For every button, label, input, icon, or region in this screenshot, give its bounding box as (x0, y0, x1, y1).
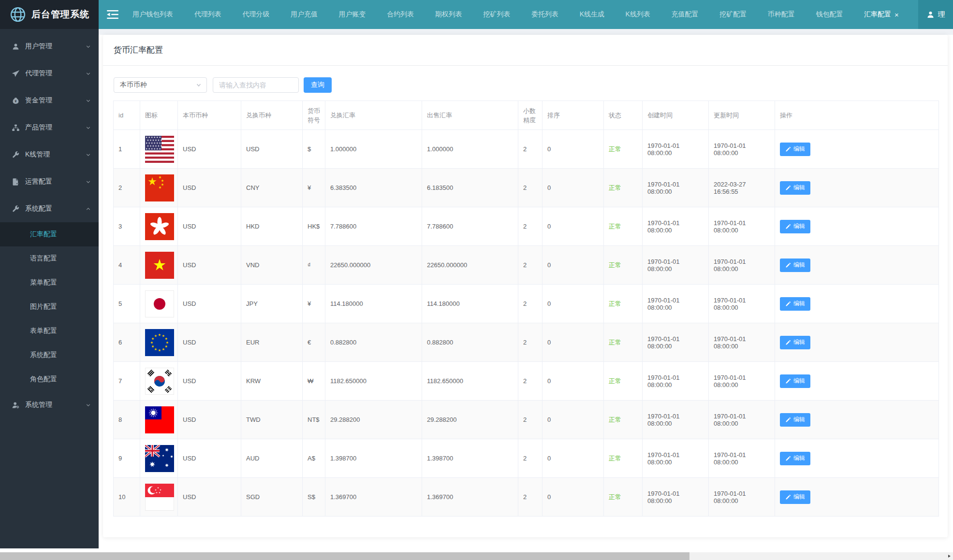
cell-base-currency: USD (178, 169, 241, 207)
chevron-up-icon (86, 206, 91, 212)
cell-sort: 0 (542, 130, 604, 169)
nav-tab-label: 挖矿配置 (719, 10, 747, 19)
cell-sort: 0 (542, 246, 604, 285)
cell-id: 2 (114, 169, 140, 207)
sidebar-subitem-role-config[interactable]: 角色配置 (0, 367, 99, 391)
base-currency-select[interactable]: 本币币种 (114, 77, 207, 93)
cell-sell-rate: 1.369700 (422, 478, 518, 517)
tab-close-icon[interactable]: × (894, 11, 899, 18)
sidebar-item-kline-management[interactable]: K线管理 (0, 141, 99, 168)
edit-button[interactable]: 编辑 (780, 258, 810, 272)
cell-sort: 0 (542, 285, 604, 323)
cell-created-time: 1970-01-01 08:00:00 (643, 285, 709, 323)
sidebar-item-agent-management[interactable]: 代理管理 (0, 60, 99, 87)
cell-quote-currency: KRW (241, 362, 303, 401)
nav-tab[interactable]: 挖矿配置 (719, 10, 747, 19)
nav-tab[interactable]: 期权列表 (435, 10, 462, 19)
scrollbar-right-arrow[interactable] (945, 552, 953, 560)
cell-base-currency: USD (178, 401, 241, 439)
nav-tab[interactable]: 合约列表 (387, 10, 414, 19)
edit-button[interactable]: 编辑 (780, 413, 810, 427)
nav-tab[interactable]: 用户账变 (339, 10, 366, 19)
cell-updated-time: 1970-01-01 08:00:00 (709, 207, 775, 246)
cell-created-time: 1970-01-01 08:00:00 (643, 207, 709, 246)
nav-tab[interactable]: 挖矿列表 (483, 10, 510, 19)
sidebar-subitem-exchange-rate-config[interactable]: 汇率配置 (0, 222, 99, 246)
sidebar-subitem-label: 汇率配置 (30, 230, 57, 239)
status-badge: 正常 (609, 339, 621, 346)
edit-button[interactable]: 编辑 (780, 297, 810, 311)
edit-button-label: 编辑 (793, 416, 805, 424)
cell-id: 9 (114, 439, 140, 478)
nav-tab[interactable]: 汇率配置× (864, 10, 899, 19)
sidebar-subitem-system-config-sub[interactable]: 系统配置 (0, 343, 99, 367)
cell-action: 编辑 (775, 246, 939, 285)
cell-base-currency: USD (178, 439, 241, 478)
sidebar-item-product-management[interactable]: 产品管理 (0, 114, 99, 141)
nav-tab[interactable]: K线生成 (580, 10, 604, 19)
cell-flag (140, 478, 178, 517)
cell-quote-currency: SGD (241, 478, 303, 517)
sidebar-item-operation-config[interactable]: 运营配置 (0, 168, 99, 195)
nav-tab[interactable]: 代理列表 (194, 10, 221, 19)
nav-tab[interactable]: K线列表 (626, 10, 650, 19)
nav-tab[interactable]: 委托列表 (531, 10, 558, 19)
cell-action: 编辑 (775, 401, 939, 439)
column-header: 本币币种 (178, 101, 241, 130)
collapse-sidebar-button[interactable] (99, 0, 127, 29)
sidebar-item-user-management[interactable]: 用户管理 (0, 33, 99, 60)
filter-row: 本币币种 查询 (103, 66, 948, 97)
sidebar-subitem-language-config[interactable]: 语言配置 (0, 246, 99, 271)
column-header: 创建时间 (643, 101, 709, 130)
nav-tab-label: 钱包配置 (816, 10, 843, 19)
cell-currency-symbol: ¥ (303, 169, 325, 207)
sidebar-item-label: 产品管理 (25, 123, 86, 132)
edit-button[interactable]: 编辑 (780, 143, 810, 156)
nav-tab[interactable]: 充值配置 (672, 10, 699, 19)
edit-button[interactable]: 编辑 (780, 181, 810, 195)
nav-tab[interactable]: 币种配置 (768, 10, 795, 19)
nav-tab-label: 充值配置 (672, 10, 699, 19)
chevron-down-icon (86, 125, 91, 130)
table-row: 2USDCNY¥6.3835006.18350020正常1970-01-01 0… (114, 169, 939, 207)
hk-flag-icon (145, 213, 174, 240)
cell-precision: 2 (518, 323, 542, 362)
scrollbar-thumb[interactable] (0, 552, 689, 560)
cell-base-currency: USD (178, 478, 241, 517)
edit-button[interactable]: 编辑 (780, 452, 810, 465)
cell-sell-rate: 0.882800 (422, 323, 518, 362)
cell-sell-rate: 1182.650000 (422, 362, 518, 401)
sidebar-subitem-image-config[interactable]: 图片配置 (0, 295, 99, 319)
search-input[interactable] (213, 77, 299, 93)
cell-created-time: 1970-01-01 08:00:00 (643, 130, 709, 169)
edit-button[interactable]: 编辑 (780, 336, 810, 349)
sidebar-item-system-config[interactable]: 系统配置 (0, 195, 99, 222)
cell-base-currency: USD (178, 130, 241, 169)
cell-sort: 0 (542, 362, 604, 401)
edit-button[interactable]: 编辑 (780, 220, 810, 233)
pencil-icon (785, 146, 791, 152)
cell-status: 正常 (604, 207, 643, 246)
sidebar-item-system-management[interactable]: 系统管理 (0, 391, 99, 418)
query-button[interactable]: 查询 (304, 77, 332, 93)
user-name-label: 理 (938, 10, 945, 19)
sidebar-subitem-form-config[interactable]: 表单配置 (0, 319, 99, 343)
edit-button-label: 编辑 (793, 261, 805, 269)
sidebar-subitem-menu-config[interactable]: 菜单配置 (0, 271, 99, 295)
nav-tab[interactable]: 用户钱包列表 (132, 10, 173, 19)
cell-action: 编辑 (775, 439, 939, 478)
edit-button-label: 编辑 (793, 454, 805, 462)
app-logo: 后台管理系统 (0, 0, 99, 29)
sidebar-item-fund-management[interactable]: ¥资金管理 (0, 87, 99, 114)
nav-tab[interactable]: 代理分级 (242, 10, 269, 19)
user-menu[interactable]: 理 (918, 0, 953, 29)
cell-sell-rate: 22650.000000 (422, 246, 518, 285)
cell-precision: 2 (518, 246, 542, 285)
cell-updated-time: 1970-01-01 08:00:00 (709, 130, 775, 169)
cell-sort: 0 (542, 401, 604, 439)
nav-tab[interactable]: 用户充值 (291, 10, 318, 19)
nav-tab[interactable]: 钱包配置 (816, 10, 843, 19)
edit-button[interactable]: 编辑 (780, 374, 810, 388)
edit-button[interactable]: 编辑 (780, 490, 810, 504)
cell-quote-currency: VND (241, 246, 303, 285)
